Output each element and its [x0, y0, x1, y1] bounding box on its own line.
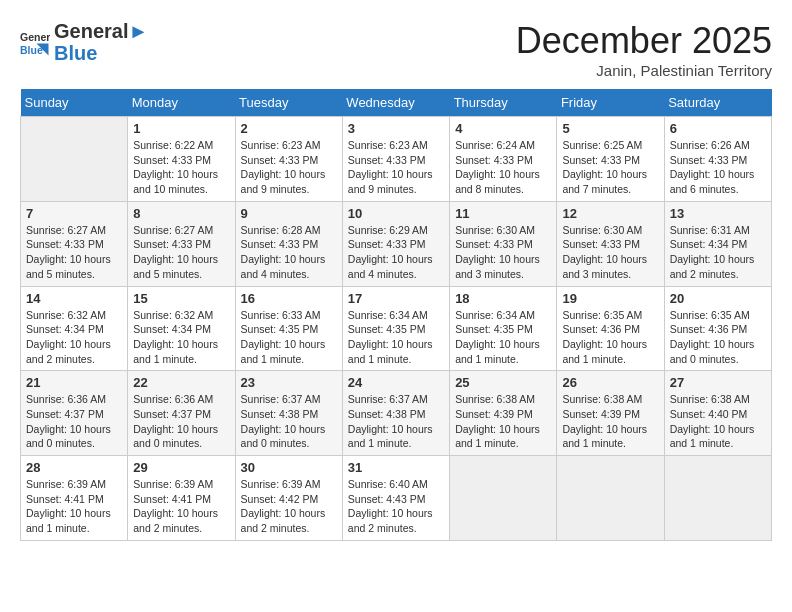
- day-info: Sunrise: 6:30 AM Sunset: 4:33 PM Dayligh…: [562, 223, 658, 282]
- week-row-2: 14Sunrise: 6:32 AM Sunset: 4:34 PM Dayli…: [21, 286, 772, 371]
- logo-general: General►: [54, 20, 148, 42]
- calendar-cell: 24Sunrise: 6:37 AM Sunset: 4:38 PM Dayli…: [342, 371, 449, 456]
- day-number: 2: [241, 121, 337, 136]
- day-header-monday: Monday: [128, 89, 235, 117]
- day-info: Sunrise: 6:27 AM Sunset: 4:33 PM Dayligh…: [133, 223, 229, 282]
- day-info: Sunrise: 6:36 AM Sunset: 4:37 PM Dayligh…: [26, 392, 122, 451]
- day-header-sunday: Sunday: [21, 89, 128, 117]
- day-number: 7: [26, 206, 122, 221]
- calendar-table: SundayMondayTuesdayWednesdayThursdayFrid…: [20, 89, 772, 541]
- day-info: Sunrise: 6:35 AM Sunset: 4:36 PM Dayligh…: [670, 308, 766, 367]
- day-number: 10: [348, 206, 444, 221]
- calendar-cell: 9Sunrise: 6:28 AM Sunset: 4:33 PM Daylig…: [235, 201, 342, 286]
- calendar-cell: 29Sunrise: 6:39 AM Sunset: 4:41 PM Dayli…: [128, 456, 235, 541]
- day-info: Sunrise: 6:25 AM Sunset: 4:33 PM Dayligh…: [562, 138, 658, 197]
- day-info: Sunrise: 6:38 AM Sunset: 4:40 PM Dayligh…: [670, 392, 766, 451]
- day-info: Sunrise: 6:23 AM Sunset: 4:33 PM Dayligh…: [348, 138, 444, 197]
- calendar-cell: 27Sunrise: 6:38 AM Sunset: 4:40 PM Dayli…: [664, 371, 771, 456]
- calendar-cell: 26Sunrise: 6:38 AM Sunset: 4:39 PM Dayli…: [557, 371, 664, 456]
- day-header-saturday: Saturday: [664, 89, 771, 117]
- location-subtitle: Janin, Palestinian Territory: [516, 62, 772, 79]
- day-info: Sunrise: 6:24 AM Sunset: 4:33 PM Dayligh…: [455, 138, 551, 197]
- day-number: 8: [133, 206, 229, 221]
- day-info: Sunrise: 6:31 AM Sunset: 4:34 PM Dayligh…: [670, 223, 766, 282]
- day-info: Sunrise: 6:27 AM Sunset: 4:33 PM Dayligh…: [26, 223, 122, 282]
- day-number: 23: [241, 375, 337, 390]
- month-title: December 2025: [516, 20, 772, 62]
- calendar-cell: 16Sunrise: 6:33 AM Sunset: 4:35 PM Dayli…: [235, 286, 342, 371]
- day-number: 11: [455, 206, 551, 221]
- day-header-tuesday: Tuesday: [235, 89, 342, 117]
- calendar-cell: 31Sunrise: 6:40 AM Sunset: 4:43 PM Dayli…: [342, 456, 449, 541]
- calendar-cell: [557, 456, 664, 541]
- day-header-thursday: Thursday: [450, 89, 557, 117]
- day-number: 13: [670, 206, 766, 221]
- calendar-cell: 21Sunrise: 6:36 AM Sunset: 4:37 PM Dayli…: [21, 371, 128, 456]
- calendar-cell: 4Sunrise: 6:24 AM Sunset: 4:33 PM Daylig…: [450, 117, 557, 202]
- week-row-0: 1Sunrise: 6:22 AM Sunset: 4:33 PM Daylig…: [21, 117, 772, 202]
- calendar-cell: 28Sunrise: 6:39 AM Sunset: 4:41 PM Dayli…: [21, 456, 128, 541]
- logo-blue: Blue: [54, 42, 148, 64]
- day-info: Sunrise: 6:39 AM Sunset: 4:41 PM Dayligh…: [26, 477, 122, 536]
- day-number: 18: [455, 291, 551, 306]
- day-info: Sunrise: 6:28 AM Sunset: 4:33 PM Dayligh…: [241, 223, 337, 282]
- calendar-header: SundayMondayTuesdayWednesdayThursdayFrid…: [21, 89, 772, 117]
- day-number: 9: [241, 206, 337, 221]
- calendar-cell: 7Sunrise: 6:27 AM Sunset: 4:33 PM Daylig…: [21, 201, 128, 286]
- calendar-cell: 25Sunrise: 6:38 AM Sunset: 4:39 PM Dayli…: [450, 371, 557, 456]
- calendar-cell: 10Sunrise: 6:29 AM Sunset: 4:33 PM Dayli…: [342, 201, 449, 286]
- calendar-cell: 15Sunrise: 6:32 AM Sunset: 4:34 PM Dayli…: [128, 286, 235, 371]
- day-number: 26: [562, 375, 658, 390]
- calendar-cell: 23Sunrise: 6:37 AM Sunset: 4:38 PM Dayli…: [235, 371, 342, 456]
- day-info: Sunrise: 6:39 AM Sunset: 4:41 PM Dayligh…: [133, 477, 229, 536]
- day-number: 19: [562, 291, 658, 306]
- calendar-cell: 3Sunrise: 6:23 AM Sunset: 4:33 PM Daylig…: [342, 117, 449, 202]
- page-header: General Blue General► Blue December 2025…: [20, 20, 772, 79]
- day-info: Sunrise: 6:38 AM Sunset: 4:39 PM Dayligh…: [455, 392, 551, 451]
- calendar-cell: 1Sunrise: 6:22 AM Sunset: 4:33 PM Daylig…: [128, 117, 235, 202]
- svg-text:General: General: [20, 31, 50, 43]
- day-number: 15: [133, 291, 229, 306]
- day-number: 30: [241, 460, 337, 475]
- day-info: Sunrise: 6:38 AM Sunset: 4:39 PM Dayligh…: [562, 392, 658, 451]
- day-info: Sunrise: 6:39 AM Sunset: 4:42 PM Dayligh…: [241, 477, 337, 536]
- day-number: 6: [670, 121, 766, 136]
- calendar-cell: 8Sunrise: 6:27 AM Sunset: 4:33 PM Daylig…: [128, 201, 235, 286]
- day-number: 24: [348, 375, 444, 390]
- calendar-cell: 12Sunrise: 6:30 AM Sunset: 4:33 PM Dayli…: [557, 201, 664, 286]
- day-info: Sunrise: 6:34 AM Sunset: 4:35 PM Dayligh…: [348, 308, 444, 367]
- day-info: Sunrise: 6:32 AM Sunset: 4:34 PM Dayligh…: [133, 308, 229, 367]
- day-number: 4: [455, 121, 551, 136]
- day-number: 31: [348, 460, 444, 475]
- calendar-cell: 19Sunrise: 6:35 AM Sunset: 4:36 PM Dayli…: [557, 286, 664, 371]
- calendar-cell: 18Sunrise: 6:34 AM Sunset: 4:35 PM Dayli…: [450, 286, 557, 371]
- days-of-week-row: SundayMondayTuesdayWednesdayThursdayFrid…: [21, 89, 772, 117]
- calendar-cell: 11Sunrise: 6:30 AM Sunset: 4:33 PM Dayli…: [450, 201, 557, 286]
- day-number: 16: [241, 291, 337, 306]
- calendar-cell: 14Sunrise: 6:32 AM Sunset: 4:34 PM Dayli…: [21, 286, 128, 371]
- day-info: Sunrise: 6:26 AM Sunset: 4:33 PM Dayligh…: [670, 138, 766, 197]
- day-info: Sunrise: 6:37 AM Sunset: 4:38 PM Dayligh…: [241, 392, 337, 451]
- logo: General Blue General► Blue: [20, 20, 148, 64]
- day-number: 22: [133, 375, 229, 390]
- day-number: 12: [562, 206, 658, 221]
- day-number: 1: [133, 121, 229, 136]
- day-number: 3: [348, 121, 444, 136]
- day-header-friday: Friday: [557, 89, 664, 117]
- calendar-cell: 13Sunrise: 6:31 AM Sunset: 4:34 PM Dayli…: [664, 201, 771, 286]
- day-info: Sunrise: 6:37 AM Sunset: 4:38 PM Dayligh…: [348, 392, 444, 451]
- day-info: Sunrise: 6:23 AM Sunset: 4:33 PM Dayligh…: [241, 138, 337, 197]
- calendar-cell: 22Sunrise: 6:36 AM Sunset: 4:37 PM Dayli…: [128, 371, 235, 456]
- day-header-wednesday: Wednesday: [342, 89, 449, 117]
- day-info: Sunrise: 6:40 AM Sunset: 4:43 PM Dayligh…: [348, 477, 444, 536]
- svg-text:Blue: Blue: [20, 44, 43, 56]
- day-number: 21: [26, 375, 122, 390]
- day-info: Sunrise: 6:34 AM Sunset: 4:35 PM Dayligh…: [455, 308, 551, 367]
- day-info: Sunrise: 6:36 AM Sunset: 4:37 PM Dayligh…: [133, 392, 229, 451]
- calendar-body: 1Sunrise: 6:22 AM Sunset: 4:33 PM Daylig…: [21, 117, 772, 541]
- day-info: Sunrise: 6:32 AM Sunset: 4:34 PM Dayligh…: [26, 308, 122, 367]
- day-info: Sunrise: 6:30 AM Sunset: 4:33 PM Dayligh…: [455, 223, 551, 282]
- day-number: 17: [348, 291, 444, 306]
- day-info: Sunrise: 6:22 AM Sunset: 4:33 PM Dayligh…: [133, 138, 229, 197]
- week-row-4: 28Sunrise: 6:39 AM Sunset: 4:41 PM Dayli…: [21, 456, 772, 541]
